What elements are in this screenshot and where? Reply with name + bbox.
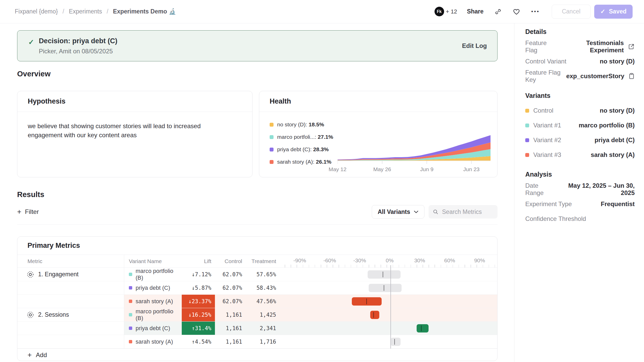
confidence-interval-bar <box>280 295 497 308</box>
table-row[interactable]: sarah story (A) ↑4.54% 1,161 1,716 <box>17 335 497 349</box>
variant-swatch <box>129 273 132 276</box>
variant-row-3: Variant #3 sarah story (A) <box>525 150 635 159</box>
x-axis-label: May 26 <box>373 166 391 172</box>
legend-label: no story (D): <box>277 121 307 128</box>
ci-axis-tick <box>477 265 477 267</box>
legend-value: 26.1% <box>316 159 332 165</box>
ci-axis-label: -90% <box>293 257 306 264</box>
breadcrumb-project[interactable]: Fixpanel {demo} <box>15 8 58 15</box>
main-panel: ✓ Decision: priya debt (C) Picker, Amit … <box>0 23 514 362</box>
overview-heading: Overview <box>17 70 498 78</box>
copy-icon[interactable] <box>628 73 635 79</box>
saved-button[interactable]: ✓ Saved <box>594 5 633 19</box>
check-icon: ✓ <box>28 38 34 46</box>
ci-axis-tick <box>465 265 465 267</box>
check-icon: ✓ <box>600 8 605 15</box>
legend-value: 27.1% <box>318 134 333 140</box>
details-sidebar: Details Feature Flag Testimonials Experi… <box>514 23 644 362</box>
more-menu-icon[interactable]: ••• <box>531 9 540 15</box>
results-heading: Results <box>17 190 498 199</box>
variant-name: priya debt (C) <box>136 285 170 291</box>
variant-swatch <box>129 313 132 316</box>
ci-axis-tick <box>375 265 375 267</box>
x-axis-label: May 12 <box>329 166 347 172</box>
external-link-icon[interactable] <box>628 43 635 50</box>
lift-value: ↓7.12% <box>182 268 215 281</box>
ci-axis-tick <box>447 265 447 267</box>
zero-baseline <box>390 265 391 349</box>
table-row[interactable]: sarah story (A) ↓23.37% 62.07% 47.56% <box>17 295 497 308</box>
copy-link-icon[interactable] <box>494 8 502 15</box>
variant-swatch <box>129 286 132 289</box>
variants-dropdown[interactable]: All Variants <box>372 205 424 219</box>
legend-item: sarah story (A): 26.1% <box>270 158 338 166</box>
legend-item: priya debt (C): 28.3% <box>270 146 338 153</box>
metric-sessions[interactable]: 2. Sessions <box>27 311 69 318</box>
plus-icon: + <box>27 351 32 359</box>
search-input[interactable] <box>442 208 493 215</box>
topbar: Fixpanel {demo} / Experiments / Experime… <box>0 0 644 23</box>
confidence-interval-bar <box>280 322 497 335</box>
experiment-type-value: Frequentist <box>601 200 635 208</box>
control-value: 1,161 <box>215 308 246 321</box>
ci-axis-tick <box>285 265 285 267</box>
variant-swatch <box>525 109 529 113</box>
ci-axis-tick <box>303 265 303 267</box>
ci-axis-label: 60% <box>444 257 455 264</box>
decision-banner: ✓ Decision: priya debt (C) Picker, Amit … <box>17 30 498 61</box>
lift-value: ↓23.37% <box>182 295 215 308</box>
breadcrumb-experiments[interactable]: Experiments <box>69 8 102 15</box>
col-lift: Lift <box>182 255 215 267</box>
ci-axis-tick <box>453 265 453 267</box>
legend-label: marco portfoli...: <box>277 134 316 140</box>
table-row[interactable]: 1. Engagement marco portfolio (B) ↓7.12%… <box>17 268 497 281</box>
ci-axis-tick <box>441 265 441 267</box>
table-row[interactable]: priya debt (C) ↑31.4% 1,161 2,341 <box>17 322 497 335</box>
avatar[interactable]: Fk <box>435 7 444 16</box>
x-axis-label: Jun 23 <box>463 166 480 172</box>
control-value: 1,161 <box>215 322 246 335</box>
cancel-button[interactable]: Cancel <box>552 5 591 19</box>
treatment-value: 57.65% <box>246 268 280 281</box>
date-range-value: May 12, 2025 – Jun 30, 2025 <box>557 182 635 197</box>
confidence-interval-bar <box>280 335 497 348</box>
table-row[interactable]: 2. Sessions marco portfolio (B) ↓16.25% … <box>17 308 497 322</box>
analysis-row-date-range: Date Range May 12, 2025 – Jun 30, 2025 <box>525 185 635 194</box>
ci-axis-tick <box>381 265 381 267</box>
table-row[interactable]: priya debt (C) ↓5.87% 62.07% 58.43% <box>17 281 497 295</box>
favorite-icon[interactable] <box>513 8 520 15</box>
health-title: Health <box>259 91 497 112</box>
feature-flag-key-value: exp_customerStory <box>566 73 624 80</box>
ci-axis-tick <box>363 265 363 267</box>
search-metrics-box[interactable] <box>429 205 498 219</box>
detail-row-feature-flag-key: Feature Flag Key exp_customerStory <box>525 72 635 81</box>
control-value: 1,161 <box>215 335 246 348</box>
metric-goal-icon <box>27 271 34 278</box>
ci-axis: -90%-60%-30%0%30%60%90% <box>280 255 497 267</box>
edit-log-button[interactable]: Edit Log <box>462 42 487 49</box>
ci-axis-label: -60% <box>323 257 336 264</box>
metric-engagement[interactable]: 1. Engagement <box>27 271 79 278</box>
x-axis-label: Jun 9 <box>420 166 433 172</box>
ci-axis-label: 90% <box>474 257 485 264</box>
health-legend: no story (D): 18.5% marco portfoli...: 2… <box>270 121 338 172</box>
table-header: Metric Variant Name Lift Control Treatme… <box>17 255 497 268</box>
legend-label: priya debt (C): <box>277 146 312 153</box>
ci-axis-tick <box>495 265 495 267</box>
ci-axis-label: -30% <box>353 257 366 264</box>
hypothesis-title: Hypothesis <box>17 91 252 112</box>
variant-name: sarah story (A) <box>136 298 173 305</box>
ci-axis-tick <box>483 265 483 267</box>
ci-axis-label: 30% <box>414 257 425 264</box>
ci-axis-tick <box>327 265 327 267</box>
share-button[interactable]: Share <box>467 8 484 15</box>
primary-metrics-card: Primary Metrics Metric Variant Name Lift… <box>17 236 498 361</box>
add-filter-button[interactable]: + Filter <box>17 208 39 216</box>
hypothesis-text: we believe that showing customer stories… <box>17 112 240 150</box>
breadcrumb-separator: / <box>107 8 108 15</box>
add-metric-button[interactable]: + Add <box>27 351 47 359</box>
variants-heading: Variants <box>525 92 635 99</box>
feature-flag-value: Testimonials Experiment <box>557 39 624 54</box>
ci-axis-tick <box>297 265 297 267</box>
collaborator-count[interactable]: + 12 <box>446 8 457 15</box>
